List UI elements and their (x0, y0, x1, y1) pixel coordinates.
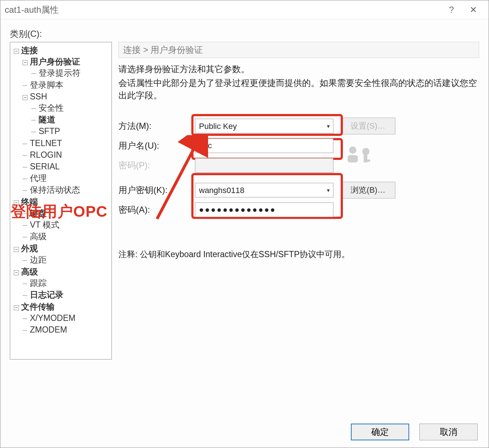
tree-item-keyboard[interactable]: 键盘 (30, 208, 47, 218)
tree-item-appearance[interactable]: 外观 (21, 244, 38, 253)
svg-point-2 (362, 148, 369, 155)
tree-leaf-dash: – (23, 208, 28, 219)
tree-leaf-dash: – (23, 219, 28, 230)
svg-rect-1 (348, 155, 358, 162)
tree-expander[interactable]: − (14, 49, 19, 54)
tree-item-ssh[interactable]: SSH (30, 92, 47, 101)
tree-expander[interactable]: − (23, 60, 28, 65)
tree-expander[interactable]: − (14, 305, 19, 310)
password-input (195, 158, 333, 173)
tree-item-advanced[interactable]: 高级 (21, 267, 38, 276)
passphrase-label: 密码(A): (118, 204, 195, 216)
help-button[interactable]: ? (441, 5, 462, 15)
tree-item-user-auth[interactable]: 用户身份验证 (30, 57, 80, 66)
tree-item-keepalive[interactable]: 保持活动状态 (30, 185, 80, 194)
main-panel: 连接 > 用户身份验证 请选择身份验证方法和其它参数。 会话属性中此部分是为了登… (118, 42, 479, 359)
tree-item-margin[interactable]: 边距 (30, 255, 47, 264)
tree-item-telnet[interactable]: TELNET (30, 138, 62, 148)
note-text: 注释: 公钥和Keyboard Interactive仅在SSH/SFTP协议中… (118, 249, 479, 260)
tree-leaf-dash: – (23, 149, 28, 160)
tree-leaf-dash: – (23, 254, 28, 265)
breadcrumb: 连接 > 用户身份验证 (118, 42, 479, 58)
tree-leaf-dash: – (23, 79, 28, 90)
tree-leaf-dash: – (23, 161, 28, 172)
dialog-footer: 确定 取消 (351, 424, 478, 440)
tree-item-serial[interactable]: SERIAL (30, 162, 60, 171)
tree-item-xymodem[interactable]: X/YMODEM (30, 313, 75, 323)
tree-leaf-dash: – (23, 289, 28, 300)
browse-button[interactable]: 浏览(B)… (341, 182, 395, 199)
tree-item-tunnel[interactable]: 隧道 (39, 115, 55, 124)
tree-leaf-dash: – (23, 324, 28, 335)
settings-button: 设置(S)… (341, 118, 395, 134)
tree-item-filetransfer[interactable]: 文件传输 (21, 302, 55, 311)
password-label: 密码(P): (118, 160, 195, 171)
tree-expander[interactable]: − (14, 270, 19, 275)
tree-leaf-dash: – (31, 114, 36, 125)
tree-leaf-dash: – (23, 173, 28, 184)
tree-leaf-dash: – (23, 278, 28, 288)
description-line2: 会话属性中此部分是为了登录过程更便捷而提供的。如果需要安全性很高的状态的话建议您… (118, 77, 479, 102)
tree-leaf-dash: – (31, 126, 36, 137)
username-label: 用户名(U): (118, 140, 195, 152)
svg-rect-4 (364, 160, 370, 162)
tree-item-vtmode[interactable]: VT 模式 (30, 220, 59, 229)
tree-leaf-dash: – (31, 67, 36, 78)
tree-item-trace[interactable]: 跟踪 (30, 278, 47, 288)
method-select[interactable]: Public Key (195, 119, 333, 133)
tree-item-logging[interactable]: 日志记录 (30, 290, 63, 299)
tree-item-rlogin[interactable]: RLOGIN (30, 150, 62, 160)
window-title: cat1-auth属性 (5, 4, 441, 16)
tree-leaf-dash: – (31, 102, 36, 113)
tree-item-advanced-terminal[interactable]: 高级 (30, 232, 47, 241)
tree-item-connection[interactable]: 连接 (21, 46, 38, 55)
close-button[interactable]: ✕ (462, 5, 484, 15)
tree-expander[interactable]: − (14, 247, 19, 252)
tree-leaf-dash: – (23, 184, 28, 195)
tree-item-proxy[interactable]: 代理 (30, 173, 47, 183)
userkey-label: 用户密钥(K): (118, 184, 195, 196)
titlebar: cat1-auth属性 ? ✕ (0, 0, 489, 19)
method-label: 方法(M): (118, 120, 195, 132)
category-tree[interactable]: −连接 −用户身份验证 –登录提示符 –登录脚本 −SSH (10, 42, 112, 359)
category-label: 类别(C): (10, 28, 479, 40)
tree-leaf-dash: – (23, 313, 28, 323)
tree-leaf-dash: – (23, 138, 28, 149)
passphrase-input[interactable] (195, 203, 333, 217)
tree-expander[interactable]: − (14, 200, 19, 205)
tree-item-login-prompt[interactable]: 登录提示符 (39, 68, 81, 78)
ok-button[interactable]: 确定 (351, 424, 409, 440)
svg-point-0 (349, 146, 356, 154)
cancel-button[interactable]: 取消 (419, 424, 478, 440)
tree-item-sftp[interactable]: SFTP (39, 126, 60, 136)
tree-leaf-dash: – (23, 231, 28, 242)
tree-item-security[interactable]: 安全性 (39, 103, 64, 113)
user-key-icon (344, 144, 373, 165)
userkey-select[interactable]: wanghs0118 (195, 183, 333, 197)
tree-item-zmodem[interactable]: ZMODEM (30, 325, 67, 334)
auth-form: 方法(M): Public Key ▾ 设置(S)… 用户 (118, 116, 479, 260)
tree-item-terminal[interactable]: 终端 (21, 197, 38, 207)
tree-expander[interactable]: − (23, 95, 28, 100)
dialog-window: cat1-auth属性 ? ✕ 类别(C): −连接 −用户身份验证 –登录提示… (0, 0, 489, 448)
tree-item-login-script[interactable]: 登录脚本 (30, 80, 63, 90)
username-input[interactable] (195, 138, 333, 153)
description-line1: 请选择身份验证方法和其它参数。 (118, 63, 479, 75)
